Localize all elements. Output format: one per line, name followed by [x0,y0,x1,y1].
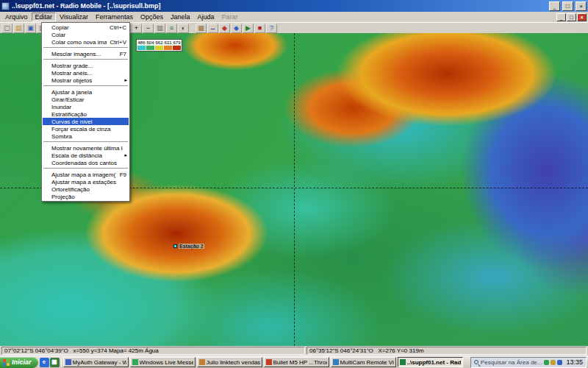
menu-item[interactable]: Projeção [43,193,129,200]
menu[interactable]: Editar [32,13,57,21]
menu-item[interactable]: Ajustar mapa a estações [43,178,129,185]
menu-item[interactable]: Colar [43,31,129,38]
status-cursor-position: 07°02'12"S 046°04'39"O x=550 y=374 Mapa=… [1,347,305,355]
menu-item[interactable]: Estratificação [43,110,129,118]
save-icon[interactable]: ▣ [25,24,36,33]
legend-color-swatch [137,46,146,50]
taskbar-button[interactable]: MultiCam Remote Viewer [331,357,396,367]
system-tray: Pesquisar na Área de... 13:35 [470,357,587,368]
toolbar-icon-glyph: ◐ [182,24,185,32]
menu-item[interactable]: Colar como nova imagem Ctrl+V [43,38,129,46]
menu-item[interactable]: Ajustar à janela [43,88,129,96]
taskbar-button-icon [132,359,138,365]
menu-item-label: Ajustar mapa a estações [51,179,123,185]
shadow-icon[interactable]: ◐ [178,24,189,33]
new-picture-icon[interactable]: ▢ [1,24,12,33]
toolbar-icon-glyph: ◆ [234,24,239,32]
menu-item-shortcut: Ctrl+C [110,24,126,31]
menu-item[interactable]: Girar/Esticar [43,96,129,103]
menu[interactable]: Janela [167,13,194,21]
menu[interactable]: Ajuda [193,13,218,21]
toolbar-icon-glyph: ▣ [27,24,34,32]
menu[interactable]: Opções [137,13,167,21]
zoom-out-icon[interactable]: − [143,24,154,33]
menu-item[interactable]: Mostrar anéis... [43,69,129,77]
menu-item[interactable]: Curvas de nível [43,118,129,125]
menu-label: Ferramentas [96,13,133,21]
taskbar-button[interactable]: Bullet M5 HP ...Through... [264,357,329,367]
legend-value: 504 [146,40,154,46]
menu-item[interactable] [43,168,128,169]
legend-cell: 562 [155,40,163,50]
windows-logo-icon [3,359,10,366]
taskbar-button[interactable]: Windows Live Messenger [130,357,196,367]
play-icon[interactable]: ▶ [243,24,254,33]
menu-label: Parar [222,13,238,21]
legend-value: 562 [155,40,162,46]
station-red-icon[interactable]: ◆ [219,24,230,33]
menu-item[interactable] [43,141,128,143]
toolbar-icon-glyph: ◆ [222,24,227,32]
tray-messenger-icon[interactable] [557,360,562,365]
close-button[interactable]: × [576,1,587,11]
menu-item[interactable]: Mostrar grade... [43,62,129,69]
menu-item[interactable]: Mesclar imagens... F7 [43,50,129,57]
taskbar-button[interactable]: Julio linktech vendas <j... [197,357,262,367]
menu-item[interactable]: Ajustar mapa a imagem(...) F9 [43,171,129,178]
taskbar-search[interactable]: Pesquisar na Área de... [481,359,542,366]
help-icon[interactable]: ? [266,24,277,33]
minimize-button[interactable]: _ [549,1,560,11]
station-blue-icon[interactable]: ◆ [231,24,242,33]
window-title: ..\suppf01.net - Radio Mobile - [..\supr… [12,2,547,10]
quicklaunch-desktop-icon[interactable]: ▦ [50,358,60,367]
taskbar-button[interactable]: ..\suppf01.net - Radio... [398,357,463,367]
contours-icon[interactable]: ≡ [166,24,177,33]
menu-item[interactable]: Inundar [43,103,129,110]
toolbar-icon-glyph: ≡ [170,24,173,32]
station-marker[interactable]: Estação 2 [173,244,204,249]
distance-scale-icon[interactable]: ↔ [207,24,218,33]
menu-item[interactable] [43,85,128,87]
menu-item[interactable]: Escala de distância ▸ [43,152,129,159]
legend-color-swatch [164,46,172,50]
taskbar-button-label: Windows Live Messenger [140,359,193,366]
menu-item[interactable]: Sombra [43,132,129,140]
toolbar-icon-glyph: ? [270,24,273,32]
taskbar-button-label: Bullet M5 HP ...Through... [273,359,327,366]
menu-item[interactable]: Mostrar objetos ▸ [43,77,129,84]
grayscale-icon[interactable]: ▨ [154,24,165,33]
menu-item[interactable]: Mostrar novamente última legenda [43,144,129,152]
legend-icon[interactable]: ▩ [196,24,207,33]
maximize-button[interactable]: □ [562,1,573,11]
mdi-restore-button[interactable]: □ [567,13,576,21]
menu-item[interactable]: Forçar escala de cinza [43,125,129,132]
submenu-arrow-icon: ▸ [124,77,127,84]
toolbar-icon-glyph: ■ [258,24,262,32]
menu[interactable]: Arquivo [1,13,32,21]
tray-network-icon[interactable] [544,360,549,365]
menu-item[interactable]: Copiar Ctrl+C [43,24,129,31]
menu[interactable]: Parar [218,13,242,21]
tray-volume-icon[interactable] [551,360,556,365]
taskbar-clock: 13:35 [564,358,583,366]
menu-item[interactable]: Ortoretificação [43,185,129,193]
menu-item[interactable] [43,47,128,49]
taskbar-button-label: ..\suppf01.net - Radio... [407,359,461,366]
menu-item-label: Ajustar mapa a imagem(...) [51,171,116,178]
menu[interactable]: Visualizar [56,13,92,21]
stop-icon[interactable]: ■ [254,24,265,33]
open-file-icon[interactable]: ▤ [13,24,24,33]
menu-item[interactable] [43,59,128,60]
menu-item-shortcut: F9 [120,171,126,178]
toolbar-icon-glyph: ▢ [4,24,10,32]
mdi-minimize-button[interactable]: _ [556,13,566,21]
quicklaunch-browser-icon[interactable]: e [40,358,49,367]
menu-item[interactable]: Coordenadas dos cantos [43,159,129,166]
start-button[interactable]: Iniciar [0,357,38,368]
menu[interactable]: Ferramentas [92,13,137,21]
submenu-arrow-icon: ▸ [124,152,127,159]
zoom-in-icon[interactable]: + [131,24,142,33]
mdi-close-button[interactable]: × [577,13,587,21]
menu-item-shortcut: F7 [120,51,126,57]
taskbar-button[interactable]: MyAuth Gateway - Win... [63,357,129,367]
